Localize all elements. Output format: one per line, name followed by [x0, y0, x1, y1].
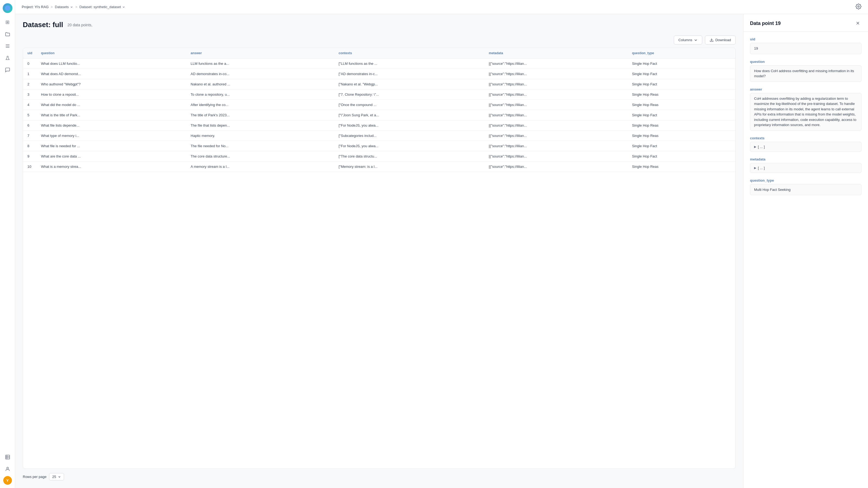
cell-contexts: ["7. Clone Repository: \"... — [334, 90, 485, 100]
cell-answer: The title of Park's 2023... — [186, 110, 334, 120]
cell-metadata: [{"source":"https://lilian... — [485, 120, 628, 131]
metadata-expand-icon: ▶ — [754, 166, 756, 170]
user-avatar[interactable]: Y — [3, 476, 12, 485]
field-answer: answer CoH addresses overfitting by addi… — [750, 87, 862, 131]
breadcrumb-sep-2: > — [75, 5, 77, 9]
main-container: Project: Yi's RAG > Datasets > Dataset: … — [15, 0, 868, 488]
topbar-settings[interactable] — [856, 3, 862, 10]
field-uid: uid 19 — [750, 37, 862, 54]
table-row[interactable]: 10 What is a memory strea... A memory st… — [23, 162, 735, 172]
cell-answer: The file that lists depen... — [186, 120, 334, 131]
cell-metadata: [{"source":"https://lilian... — [485, 90, 628, 100]
table-row[interactable]: 5 What is the title of Park... The title… — [23, 110, 735, 120]
panel-title: Data point 19 — [750, 21, 781, 26]
table-row[interactable]: 3 How to clone a reposit... To clone a r… — [23, 90, 735, 100]
app-logo[interactable] — [3, 3, 12, 13]
home-icon[interactable]: ⊞ — [3, 18, 12, 27]
cell-answer: The file needed for No... — [186, 141, 334, 151]
cell-uid: 6 — [23, 120, 37, 131]
breadcrumb-dataset[interactable]: Dataset: synthetic_dataset — [80, 5, 125, 9]
cell-question-type: Single Hop Fact — [628, 79, 735, 90]
table-row[interactable]: 0 What does LLM functio... LLM functions… — [23, 59, 735, 69]
cell-uid: 5 — [23, 110, 37, 120]
cell-contexts: ["LLM functions as the ... — [334, 59, 485, 69]
cell-question-type: Single Hop Reas — [628, 100, 735, 110]
breadcrumb-datasets[interactable]: Datasets — [55, 5, 73, 9]
field-metadata-value[interactable]: ▶ [ ... ] — [750, 163, 862, 173]
cell-uid: 8 — [23, 141, 37, 151]
cell-question-type: Single Hop Fact — [628, 110, 735, 120]
col-question-type[interactable]: question_type — [628, 48, 735, 59]
cell-question: What are the core data ... — [37, 151, 186, 162]
col-answer[interactable]: answer — [186, 48, 334, 59]
page-content: Dataset: full 20 data points, Columns Do… — [15, 14, 743, 488]
table-row[interactable]: 4 What did the model do ... After identi… — [23, 100, 735, 110]
cell-question: What does LLM functio... — [37, 59, 186, 69]
col-question[interactable]: question — [37, 48, 186, 59]
svg-point-9 — [858, 6, 859, 7]
cell-question: What is the title of Park... — [37, 110, 186, 120]
cell-question-type: Single Hop Fact — [628, 141, 735, 151]
table-row[interactable]: 9 What are the core data ... The core da… — [23, 151, 735, 162]
table-row[interactable]: 7 What type of memory i... Haptic memory… — [23, 131, 735, 141]
cell-uid: 3 — [23, 90, 37, 100]
cell-contexts: ["The core data structu... — [334, 151, 485, 162]
cell-metadata: [{"source":"https://lilian... — [485, 79, 628, 90]
cell-question-type: Single Hop Reas — [628, 120, 735, 131]
field-contexts: contexts ▶ [ ... ] — [750, 136, 862, 152]
panel-close-button[interactable]: ✕ — [854, 20, 862, 27]
breadcrumb-project[interactable]: Project: Yi's RAG — [22, 5, 49, 9]
col-contexts[interactable]: contexts — [334, 48, 485, 59]
cell-uid: 4 — [23, 100, 37, 110]
download-button[interactable]: Download — [705, 35, 736, 44]
folder-icon[interactable] — [3, 29, 12, 39]
breadcrumb-sep-1: > — [51, 5, 53, 9]
panel-header: Data point 19 ✕ — [744, 14, 868, 32]
topbar: Project: Yi's RAG > Datasets > Dataset: … — [15, 0, 868, 14]
table-row[interactable]: 2 Who authored "Webgpt"? Nakano et al. a… — [23, 79, 735, 90]
panel-body: uid 19 question How does CoH address ove… — [744, 32, 868, 201]
table-row[interactable]: 1 What does AD demonst... AD demonstrate… — [23, 69, 735, 79]
page-header: Dataset: full 20 data points, — [23, 21, 736, 29]
col-uid[interactable]: uid — [23, 48, 37, 59]
table-row[interactable]: 8 What file is needed for ... The file n… — [23, 141, 735, 151]
table-icon[interactable] — [3, 452, 12, 462]
field-answer-label: answer — [750, 87, 862, 91]
pagination: Rows per page 25 — [23, 469, 736, 482]
table-row[interactable]: 6 What file lists depende... The file th… — [23, 120, 735, 131]
cell-uid: 1 — [23, 69, 37, 79]
columns-button[interactable]: Columns — [674, 35, 702, 44]
cell-question: What does AD demonst... — [37, 69, 186, 79]
detail-panel: Data point 19 ✕ uid 19 question How does… — [743, 14, 868, 488]
svg-point-8 — [6, 467, 8, 469]
cell-answer: After identifying the co... — [186, 100, 334, 110]
cell-answer: LLM functions as the a... — [186, 59, 334, 69]
cell-question: What file is needed for ... — [37, 141, 186, 151]
cell-contexts: ["AD demonstrates in-c... — [334, 69, 485, 79]
cell-question: What file lists depende... — [37, 120, 186, 131]
cell-metadata: [{"source":"https://lilian... — [485, 100, 628, 110]
field-answer-value: CoH addresses overfitting by adding a re… — [750, 93, 862, 131]
list-icon[interactable] — [3, 41, 12, 51]
data-table: uid question answer contexts metadata qu… — [23, 48, 736, 469]
field-question: question How does CoH address overfittin… — [750, 60, 862, 82]
cell-contexts: ["Subcategories includ... — [334, 131, 485, 141]
user-icon[interactable] — [3, 464, 12, 474]
rows-per-page-select[interactable]: 25 — [49, 473, 64, 480]
cell-metadata: [{"source":"https://lilian... — [485, 162, 628, 172]
flask-icon[interactable] — [3, 53, 12, 63]
contexts-expand-icon: ▶ — [754, 145, 756, 149]
field-metadata: metadata ▶ [ ... ] — [750, 157, 862, 173]
cell-answer: The core data structure... — [186, 151, 334, 162]
col-metadata[interactable]: metadata — [485, 48, 628, 59]
cell-question: What did the model do ... — [37, 100, 186, 110]
cell-question: What type of memory i... — [37, 131, 186, 141]
cell-uid: 0 — [23, 59, 37, 69]
cell-answer: Nakano et al. authored ... — [186, 79, 334, 90]
cell-metadata: [{"source":"https://lilian... — [485, 151, 628, 162]
cell-answer: A memory stream is a l... — [186, 162, 334, 172]
svg-point-0 — [5, 5, 10, 11]
field-contexts-value[interactable]: ▶ [ ... ] — [750, 142, 862, 152]
chat-icon[interactable] — [3, 65, 12, 75]
cell-question: Who authored "Webgpt"? — [37, 79, 186, 90]
